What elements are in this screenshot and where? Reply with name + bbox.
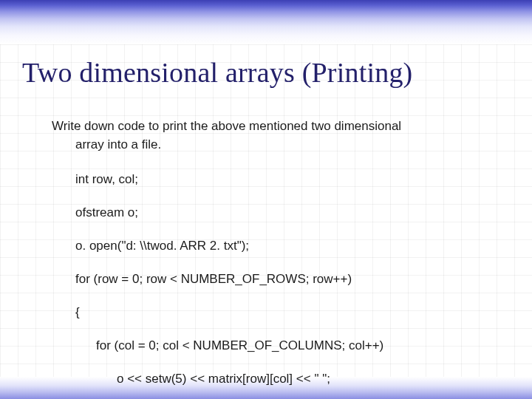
code-line: o. open("d: \\twod. ARR 2. txt");: [75, 238, 502, 254]
code-line: int row, col;: [75, 171, 502, 188]
code-line: for (col = 0; col < NUMBER_OF_COLUMNS; c…: [96, 338, 502, 354]
prompt-text-line1: Write down code to print the above menti…: [52, 118, 502, 135]
code-block: int row, col; ofstream o; o. open("d: \\…: [75, 155, 502, 399]
slide: Two dimensional arrays (Printing) Write …: [0, 0, 532, 399]
code-line: o << setw(5) << matrix[row][col] << " ";: [117, 371, 502, 387]
slide-body: Write down code to print the above menti…: [52, 118, 502, 399]
code-line: for (row = 0; row < NUMBER_OF_ROWS; row+…: [75, 271, 502, 287]
code-line: {: [75, 304, 502, 321]
header-gradient: [0, 0, 532, 44]
code-line: ofstream o;: [75, 205, 502, 221]
slide-title: Two dimensional arrays (Printing): [22, 56, 412, 89]
prompt-text-line2: array into a file.: [75, 137, 502, 154]
